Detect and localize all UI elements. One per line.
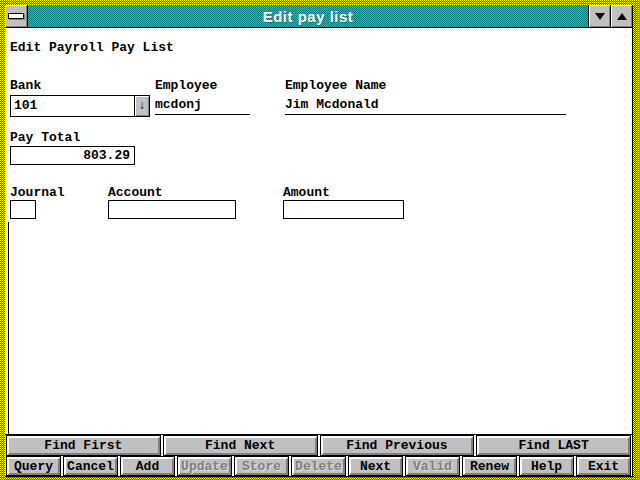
account-field[interactable] — [108, 200, 236, 219]
next-button[interactable]: Next — [348, 456, 403, 476]
desktop-frame: Edit pay list Edit Payroll Pay List Bank… — [0, 0, 640, 480]
down-arrow-icon: ↓ — [138, 99, 145, 113]
up-arrow-icon — [617, 13, 627, 20]
amount-label: Amount — [283, 185, 330, 200]
find-previous-button[interactable]: Find Previous — [320, 435, 475, 456]
find-next-button[interactable]: Find Next — [163, 435, 318, 456]
title-bar[interactable]: Edit pay list — [5, 5, 632, 28]
account-label: Account — [108, 185, 163, 200]
pay-total-value: 803.29 — [11, 147, 134, 164]
exit-button[interactable]: Exit — [576, 456, 631, 476]
employee-name-label: Employee Name — [285, 78, 386, 93]
find-first-button[interactable]: Find First — [6, 435, 161, 456]
button-panel: Find First Find Next Find Previous Find … — [5, 434, 632, 476]
combo-dropdown-button[interactable]: ↓ — [134, 96, 149, 116]
add-button[interactable]: Add — [120, 456, 175, 476]
employee-label: Employee — [155, 78, 217, 93]
store-button: Store — [234, 456, 289, 476]
pay-total-label: Pay Total — [10, 130, 80, 145]
pay-total-field[interactable]: 803.29 — [10, 146, 135, 165]
renew-button[interactable]: Renew — [462, 456, 517, 476]
help-button[interactable]: Help — [519, 456, 574, 476]
query-button[interactable]: Query — [6, 456, 61, 476]
find-button-row: Find First Find Next Find Previous Find … — [5, 435, 632, 456]
employee-name-field-underline — [285, 114, 566, 115]
delete-button: Delete — [291, 456, 346, 476]
bank-value[interactable]: 101 — [11, 96, 134, 116]
find-last-button[interactable]: Find LAST — [476, 435, 631, 456]
list-frame-edge — [8, 222, 9, 434]
employee-field[interactable]: mcdonj — [155, 97, 202, 112]
title-area: Edit pay list — [28, 5, 588, 27]
bank-label: Bank — [10, 78, 41, 93]
maximize-button[interactable] — [610, 5, 632, 27]
system-menu-button[interactable] — [5, 5, 28, 27]
cancel-button[interactable]: Cancel — [63, 456, 118, 476]
journal-field[interactable] — [10, 200, 36, 219]
action-button-row: Query Cancel Add Update Store Delete Nex… — [5, 456, 632, 476]
minimize-button[interactable] — [588, 5, 610, 27]
page-title: Edit Payroll Pay List — [10, 40, 174, 55]
journal-label: Journal — [10, 185, 65, 200]
window-title: Edit pay list — [263, 8, 354, 25]
edit-pay-list-window: Edit pay list Edit Payroll Pay List Bank… — [5, 5, 633, 477]
valid-button: Valid — [405, 456, 460, 476]
employee-name-field[interactable]: Jim Mcdonald — [285, 97, 379, 112]
employee-field-underline — [155, 114, 250, 115]
amount-field[interactable] — [283, 200, 404, 219]
client-area: Edit Payroll Pay List Bank Employee Empl… — [5, 28, 632, 476]
down-arrow-icon — [595, 13, 605, 20]
bank-combobox[interactable]: 101 ↓ — [10, 95, 150, 117]
system-menu-icon — [8, 13, 24, 19]
update-button: Update — [177, 456, 232, 476]
